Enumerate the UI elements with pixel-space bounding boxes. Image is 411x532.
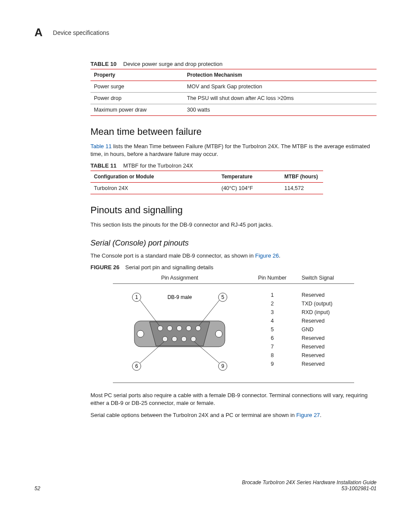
table-10: Property Protection Mechanism Power surg… [90, 69, 377, 116]
cell-mechanism: MOV and Spark Gap protection [184, 81, 377, 93]
cell-property: Maximum power draw [90, 104, 184, 116]
fig26-col-pin-number: Pin Number [246, 275, 298, 281]
db9-label: DB-9 male [168, 294, 192, 300]
page-number: 52 [34, 485, 40, 492]
heading-mtbf: Mean time between failure [90, 126, 377, 137]
cell-mechanism: 300 watts [184, 104, 377, 116]
figure-26-caption: FIGURE 26 Serial port pin and signalling… [90, 264, 377, 271]
pin-signal-list: 1Reserved 2TXD (output) 3RXD (input) 4Re… [246, 291, 358, 374]
pin-number: 1 [246, 291, 298, 299]
page-footer: 52 Brocade TurboIron 24X Series Hardware… [34, 479, 377, 492]
table-10-label: TABLE 10 [90, 61, 116, 67]
cell-property: Power surge [90, 81, 184, 93]
db9-connector-icon: 1 5 6 9 DB-9 male [126, 291, 234, 373]
header-title: Device specifications [53, 29, 109, 36]
pin-index-tr: 5 [221, 294, 224, 300]
pin-row: 1Reserved [246, 291, 358, 299]
pin-signal: Reserved [298, 317, 358, 325]
table-11-label: TABLE 11 [90, 162, 116, 169]
pin-index-bl: 6 [135, 363, 138, 369]
svg-point-16 [191, 336, 196, 342]
serial-para-prefix: The Console port is a standard male DB-9… [90, 252, 255, 259]
pin-number: 8 [246, 351, 298, 360]
page-header: A Device specifications [34, 26, 377, 39]
svg-point-13 [162, 336, 168, 342]
cell-mtbf: 114,572 [281, 183, 323, 194]
figure-26-header-row: Pin Assignment Pin Number Switch Signal [113, 275, 354, 284]
pin-number: 2 [246, 299, 298, 308]
svg-point-14 [172, 336, 177, 342]
pin-signal: GND [298, 325, 358, 334]
svg-point-11 [186, 326, 191, 331]
footer-guide-title: Brocade TurboIron 24X Series Hardware In… [242, 479, 377, 485]
post-figure-paragraph-2: Serial cable options between the TurboIr… [90, 411, 377, 419]
table-row: Maximum power draw 300 watts [90, 104, 377, 116]
figure-26-panel: Pin Assignment Pin Number Switch Signal … [113, 275, 354, 383]
table-11-col-mtbf: MTBF (hours) [281, 171, 323, 183]
post-figure-paragraph-1: Most PC serial ports also require a cabl… [90, 392, 377, 407]
serial-paragraph: The Console port is a standard male DB-9… [90, 252, 377, 260]
table-row: Power drop The PSU will shut down after … [90, 93, 377, 104]
pin-number: 9 [246, 360, 298, 368]
pinouts-paragraph: This section lists the pinouts for the D… [90, 221, 377, 229]
cell-config: TurboIron 24X [90, 183, 218, 194]
heading-pinouts: Pinouts and signalling [90, 205, 377, 216]
svg-point-9 [167, 326, 172, 331]
svg-marker-7 [149, 322, 210, 346]
table-11-caption-text: MTBF for the TurboIron 24X [123, 162, 193, 169]
pin-signal: Reserved [298, 342, 358, 351]
table-10-col-property: Property [90, 69, 184, 81]
svg-point-12 [196, 326, 201, 331]
footer-doc-number: 53-1002981-01 [242, 485, 377, 492]
table-10-col-mechanism: Protection Mechanism [184, 69, 377, 81]
link-figure-27[interactable]: Figure 27 [296, 412, 320, 418]
svg-point-5 [137, 330, 144, 337]
table-11-caption: TABLE 11 MTBF for the TurboIron 24X [90, 162, 377, 169]
pin-signal: RXD (input) [298, 308, 358, 317]
p2-prefix: Serial cable options between the TurboIr… [90, 412, 296, 418]
cell-property: Power drop [90, 93, 184, 104]
pin-row: 7Reserved [246, 342, 358, 351]
table-row: Power surge MOV and Spark Gap protection [90, 81, 377, 93]
table-10-caption: TABLE 10 Device power surge and drop pro… [90, 61, 377, 67]
pin-row: 2TXD (output) [246, 299, 358, 308]
figure-26-footer-rule [113, 383, 354, 383]
figure-26-label: FIGURE 26 [90, 264, 119, 271]
table-11: Configuration or Module Temperature MTBF… [90, 171, 323, 194]
pin-signal: Reserved [298, 360, 358, 368]
pin-number: 3 [246, 308, 298, 317]
p2-suffix: . [320, 412, 322, 418]
cell-mechanism: The PSU will shut down after AC loss >20… [184, 93, 377, 104]
pin-index-br: 9 [221, 363, 224, 369]
pin-number: 4 [246, 317, 298, 325]
heading-serial-pinouts: Serial (Console) port pinouts [90, 239, 377, 248]
fig26-col-pin-assignment: Pin Assignment [113, 275, 246, 281]
pin-row: 5GND [246, 325, 358, 334]
table-10-caption-text: Device power surge and drop protection [123, 61, 223, 67]
pin-row: 9Reserved [246, 360, 358, 368]
serial-para-suffix: . [279, 252, 280, 259]
link-table-11[interactable]: Table 11 [90, 143, 112, 149]
pin-number: 5 [246, 325, 298, 334]
table-11-col-temp: Temperature [218, 171, 281, 183]
appendix-letter: A [34, 26, 43, 39]
pin-signal: TXD (output) [298, 299, 358, 308]
svg-point-10 [177, 326, 182, 331]
pin-signal: Reserved [298, 351, 358, 360]
pin-row: 3RXD (input) [246, 308, 358, 317]
figure-26-caption-text: Serial port pin and signalling details [125, 264, 214, 271]
mtbf-paragraph-rest: lists the Mean Time between Failure (MTB… [90, 143, 370, 157]
pin-signal: Reserved [298, 334, 358, 342]
cell-temp: (40°C) 104°F [218, 183, 281, 194]
pin-row: 4Reserved [246, 317, 358, 325]
svg-point-15 [181, 336, 187, 342]
db9-diagram: 1 5 6 9 DB-9 male [113, 291, 246, 374]
mtbf-paragraph: Table 11 lists the Mean Time between Fai… [90, 143, 377, 158]
table-row: TurboIron 24X (40°C) 104°F 114,572 [90, 183, 323, 194]
pin-number: 7 [246, 342, 298, 351]
pin-row: 8Reserved [246, 351, 358, 360]
pin-signal: Reserved [298, 291, 358, 299]
svg-point-8 [158, 326, 163, 331]
link-figure-26[interactable]: Figure 26 [255, 252, 279, 259]
pin-index-tl: 1 [135, 294, 138, 300]
